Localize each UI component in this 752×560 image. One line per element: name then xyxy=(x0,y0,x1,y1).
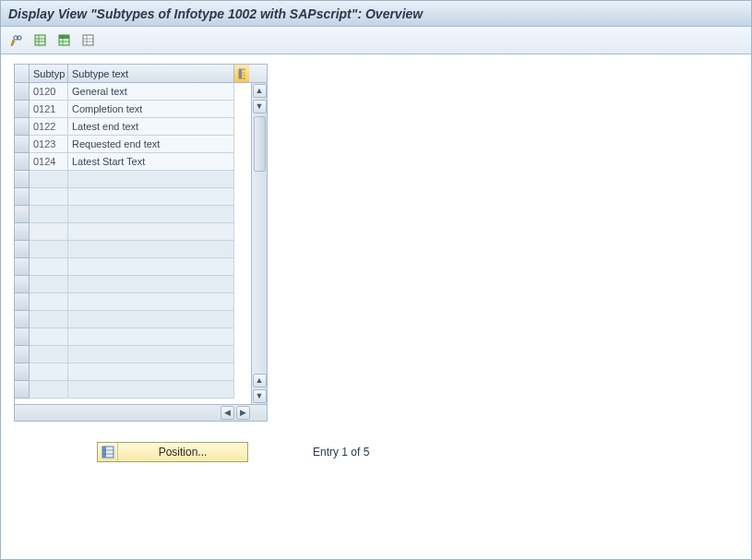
table-config-icon xyxy=(238,68,245,79)
cell-subtype-text xyxy=(68,381,234,399)
table-row[interactable]: 0124Latest Start Text xyxy=(15,153,251,171)
row-selector[interactable] xyxy=(15,223,30,241)
cell-subtype-text xyxy=(68,311,234,328)
row-selector[interactable] xyxy=(15,293,30,311)
triangle-down-icon: ▼ xyxy=(256,102,264,111)
table-row xyxy=(15,171,251,188)
row-selector[interactable] xyxy=(15,363,30,381)
row-selector[interactable] xyxy=(15,346,30,363)
table-row xyxy=(15,328,251,346)
cell-subtyp xyxy=(30,223,68,241)
svg-rect-10 xyxy=(83,35,93,45)
cell-subtyp xyxy=(30,293,68,311)
scroll-left-button[interactable]: ◀ xyxy=(221,406,234,420)
cell-subtype-text xyxy=(68,363,234,381)
cell-subtyp xyxy=(30,188,68,206)
table-row[interactable]: 0120General text xyxy=(15,83,251,101)
svg-rect-2 xyxy=(35,35,45,45)
page-title: Display View "Subtypes of Infotype 1002 … xyxy=(8,6,423,21)
scroll-down-button[interactable]: ▼ xyxy=(253,100,267,113)
cell-subtyp[interactable]: 0123 xyxy=(30,136,68,153)
deselect-all-button[interactable] xyxy=(78,30,99,51)
scroll-up-page-button[interactable]: ▲ xyxy=(253,374,267,387)
table-row xyxy=(15,241,251,258)
cell-subtype-text[interactable]: Completion text xyxy=(68,101,234,118)
vertical-scrollbar[interactable]: ▲ ▼ ▲ ▼ xyxy=(251,83,267,404)
row-selector[interactable] xyxy=(15,206,30,223)
svg-rect-7 xyxy=(59,35,69,39)
row-selector[interactable] xyxy=(15,136,30,153)
row-selector[interactable] xyxy=(15,328,30,346)
cell-subtyp xyxy=(30,311,68,328)
table-row xyxy=(15,346,251,363)
scroll-right-button[interactable]: ▶ xyxy=(236,406,250,420)
cell-subtype-text[interactable]: Requested end text xyxy=(68,136,234,153)
table-row xyxy=(15,381,251,399)
cell-subtype-text xyxy=(68,258,234,276)
table-row[interactable]: 0123Requested end text xyxy=(15,136,251,153)
table-select-icon xyxy=(33,33,48,48)
position-button[interactable]: Position... xyxy=(97,442,248,462)
cell-subtyp xyxy=(30,258,68,276)
cell-subtype-text xyxy=(68,188,234,206)
cell-subtype-text xyxy=(68,346,234,363)
table-settings-button[interactable] xyxy=(234,65,249,82)
cell-subtyp xyxy=(30,241,68,258)
row-selector[interactable] xyxy=(15,311,30,328)
toggle-change-mode-button[interactable] xyxy=(6,30,27,51)
column-header-subtype-text[interactable]: Subtype text xyxy=(68,65,234,82)
cell-subtyp[interactable]: 0122 xyxy=(30,118,68,136)
scrollbar-thumb[interactable] xyxy=(254,116,266,172)
triangle-right-icon: ▶ xyxy=(240,409,246,417)
table-row xyxy=(15,311,251,328)
row-selector[interactable] xyxy=(15,188,30,206)
scroll-down-page-button[interactable]: ▼ xyxy=(253,389,267,403)
cell-subtyp[interactable]: 0120 xyxy=(30,83,68,101)
position-icon xyxy=(98,443,118,461)
cell-subtype-text xyxy=(68,171,234,188)
table-row xyxy=(15,223,251,241)
cell-subtyp[interactable]: 0124 xyxy=(30,153,68,171)
row-selector[interactable] xyxy=(15,241,30,258)
cell-subtype-text[interactable]: General text xyxy=(68,83,234,101)
table-row[interactable]: 0122Latest end text xyxy=(15,118,251,136)
row-selector[interactable] xyxy=(15,276,30,293)
horizontal-scrollbar[interactable]: ◀ ▶ xyxy=(15,404,267,421)
cell-subtype-text xyxy=(68,276,234,293)
row-selector-header[interactable] xyxy=(15,65,30,82)
triangle-left-icon: ◀ xyxy=(224,409,231,417)
table-rows-container: 0120General text0121Completion text0122L… xyxy=(15,83,251,404)
cell-subtyp[interactable]: 0121 xyxy=(30,101,68,118)
scroll-up-button[interactable]: ▲ xyxy=(253,84,267,98)
cell-subtype-text xyxy=(68,223,234,241)
table-row xyxy=(15,293,251,311)
triangle-up-icon: ▲ xyxy=(256,87,264,95)
row-selector[interactable] xyxy=(15,118,30,136)
cell-subtyp xyxy=(30,276,68,293)
cell-subtype-text xyxy=(68,293,234,311)
subtype-table: Subtyp Subtype text 0120General text0121… xyxy=(14,64,268,422)
select-block-button[interactable] xyxy=(54,30,75,51)
row-selector[interactable] xyxy=(15,171,30,188)
select-all-button[interactable] xyxy=(30,30,51,51)
table-row[interactable]: 0121Completion text xyxy=(15,101,251,118)
cell-subtype-text[interactable]: Latest end text xyxy=(68,118,234,136)
column-header-subtyp[interactable]: Subtyp xyxy=(30,65,68,82)
position-button-label: Position... xyxy=(118,446,247,459)
pencil-glasses-icon xyxy=(9,33,24,48)
row-selector[interactable] xyxy=(15,381,30,399)
cell-subtype-text[interactable]: Latest Start Text xyxy=(68,153,234,171)
row-selector[interactable] xyxy=(15,258,30,276)
table-row xyxy=(15,276,251,293)
row-selector[interactable] xyxy=(15,153,30,171)
content-area: Subtyp Subtype text 0120General text0121… xyxy=(1,54,751,559)
table-row xyxy=(15,206,251,223)
footer-row: Position... Entry 1 of 5 xyxy=(97,442,738,462)
row-selector[interactable] xyxy=(15,83,30,101)
svg-rect-19 xyxy=(102,447,106,458)
table-header-row: Subtyp Subtype text xyxy=(15,65,267,83)
table-block-icon xyxy=(57,33,72,48)
table-body: 0120General text0121Completion text0122L… xyxy=(15,83,267,404)
table-row xyxy=(15,258,251,276)
row-selector[interactable] xyxy=(15,101,30,118)
